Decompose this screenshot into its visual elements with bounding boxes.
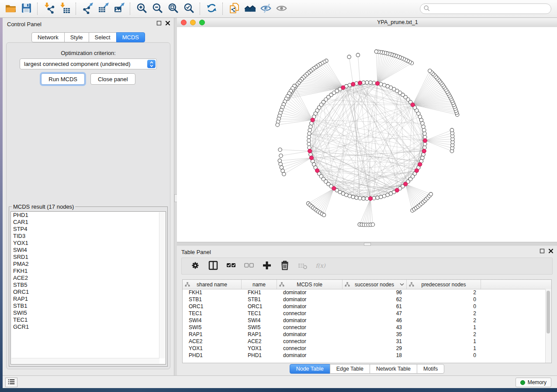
tab-mcds[interactable]: MCDS bbox=[116, 32, 145, 42]
tab-network[interactable]: Network bbox=[31, 32, 65, 42]
mcds-list-vscrollbar[interactable] bbox=[159, 212, 165, 358]
mcds-result-item[interactable]: TEC1 bbox=[11, 316, 166, 323]
export-table-button[interactable] bbox=[95, 2, 111, 16]
delete-column-button[interactable] bbox=[279, 261, 291, 272]
cell-predecessor-nodes[interactable]: 2 bbox=[407, 317, 481, 324]
tab-style[interactable]: Style bbox=[64, 32, 89, 42]
cell-name[interactable]: SWI4 bbox=[242, 317, 277, 324]
mcds-result-item[interactable]: FKH1 bbox=[11, 268, 166, 275]
zoom-fit-button[interactable] bbox=[165, 2, 181, 16]
cell-name[interactable]: ORC1 bbox=[242, 303, 277, 310]
cell-shared-name[interactable]: PHD1 bbox=[183, 352, 242, 359]
close-panel-button-mcds[interactable]: Close panel bbox=[90, 73, 135, 85]
mcds-result-item[interactable]: STP4 bbox=[11, 226, 166, 233]
cell-successor-nodes[interactable]: 96 bbox=[343, 289, 407, 296]
cell-shared-name[interactable]: ACE2 bbox=[183, 338, 242, 345]
mcds-result-item[interactable]: SWI5 bbox=[11, 309, 166, 316]
mcds-result-item[interactable]: RAP1 bbox=[11, 296, 166, 303]
mcds-result-item[interactable]: STB5 bbox=[11, 282, 166, 289]
deselect-all-button[interactable] bbox=[243, 261, 255, 272]
cell-mcds-role[interactable]: dominator bbox=[277, 331, 343, 338]
table-row[interactable]: ORC1ORC1dominator610 bbox=[183, 303, 546, 310]
cell-name[interactable]: PHD1 bbox=[242, 352, 277, 359]
split-grip[interactable] bbox=[364, 243, 371, 246]
cell-name[interactable]: TEC1 bbox=[242, 310, 277, 317]
delete-table-button[interactable] bbox=[297, 261, 308, 272]
cell-predecessor-nodes[interactable]: 2 bbox=[407, 289, 481, 296]
mcds-list-hscrollbar[interactable] bbox=[11, 358, 159, 364]
cell-successor-nodes[interactable]: 43 bbox=[343, 324, 407, 331]
search-box[interactable] bbox=[420, 3, 551, 14]
cell-shared-name[interactable]: SWI5 bbox=[183, 324, 242, 331]
function-builder-button[interactable]: f(x) bbox=[315, 261, 326, 272]
import-table-button[interactable] bbox=[57, 2, 73, 16]
column-header-predecessor-nodes[interactable]: predecessor nodes bbox=[407, 280, 481, 289]
export-network-button[interactable] bbox=[80, 2, 95, 16]
mcds-result-item[interactable]: STB1 bbox=[11, 303, 166, 309]
mcds-result-item[interactable]: ORC1 bbox=[11, 289, 166, 296]
mcds-result-item[interactable]: TID3 bbox=[11, 233, 166, 240]
column-header-name[interactable]: name bbox=[242, 280, 277, 289]
cell-successor-nodes[interactable]: 46 bbox=[343, 317, 407, 324]
column-header-successor-nodes[interactable]: successor nodes bbox=[343, 280, 407, 289]
hide-selected-button[interactable] bbox=[258, 2, 273, 16]
cell-predecessor-nodes[interactable]: 0 bbox=[407, 303, 481, 310]
tab-node-table[interactable]: Node Table bbox=[290, 364, 330, 374]
cell-shared-name[interactable]: YOX1 bbox=[183, 345, 242, 352]
cell-predecessor-nodes[interactable]: 1 bbox=[407, 338, 481, 345]
cell-predecessor-nodes[interactable]: 0 bbox=[407, 296, 481, 303]
cell-shared-name[interactable]: FKH1 bbox=[183, 289, 242, 296]
show-columns-button[interactable] bbox=[208, 261, 219, 272]
cell-mcds-role[interactable]: dominator bbox=[277, 289, 343, 296]
cell-predecessor-nodes[interactable]: 1 bbox=[407, 345, 481, 352]
cell-shared-name[interactable]: ORC1 bbox=[183, 303, 242, 310]
mcds-result-item[interactable]: ACE2 bbox=[11, 275, 166, 282]
table-row[interactable]: ACE2ACE2connector311 bbox=[183, 338, 546, 345]
table-settings-button[interactable] bbox=[190, 261, 201, 272]
cell-mcds-role[interactable]: connector bbox=[277, 338, 343, 345]
cell-shared-name[interactable]: TEC1 bbox=[183, 310, 242, 317]
memory-button[interactable]: Memory bbox=[515, 378, 551, 387]
duplicate-network-button[interactable] bbox=[226, 2, 242, 16]
select-all-button[interactable] bbox=[225, 261, 237, 272]
cell-predecessor-nodes[interactable]: 2 bbox=[407, 331, 481, 338]
mcds-result-item[interactable]: PMA2 bbox=[11, 261, 166, 268]
cell-successor-nodes[interactable]: 35 bbox=[343, 331, 407, 338]
zoom-out-button[interactable] bbox=[149, 2, 165, 16]
horizontal-split-divider[interactable] bbox=[177, 242, 557, 246]
cell-name[interactable]: RAP1 bbox=[242, 331, 277, 338]
table-row[interactable]: TEC1TEC1connector472 bbox=[183, 310, 546, 317]
cell-predecessor-nodes[interactable]: 0 bbox=[407, 352, 481, 359]
criterion-select[interactable]: largest connected component (undirected) bbox=[20, 58, 157, 69]
mcds-result-item[interactable]: YOX1 bbox=[11, 240, 166, 247]
tab-edge-table[interactable]: Edge Table bbox=[330, 364, 370, 374]
cell-shared-name[interactable]: STB1 bbox=[183, 296, 242, 303]
cell-successor-nodes[interactable]: 61 bbox=[343, 303, 407, 310]
cell-shared-name[interactable]: SWI4 bbox=[183, 317, 242, 324]
cell-name[interactable]: SWI5 bbox=[242, 324, 277, 331]
table-row[interactable]: STB1STB1dominator620 bbox=[183, 296, 546, 303]
table-row[interactable]: FKH1FKH1dominator962 bbox=[183, 289, 546, 296]
cell-mcds-role[interactable]: connector bbox=[277, 345, 343, 352]
cell-successor-nodes[interactable]: 18 bbox=[343, 352, 407, 359]
add-column-button[interactable] bbox=[261, 261, 273, 272]
refresh-button[interactable] bbox=[204, 2, 219, 16]
table-row[interactable]: PHD1PHD1dominator180 bbox=[183, 352, 546, 359]
show-all-button[interactable] bbox=[273, 2, 289, 16]
tab-select[interactable]: Select bbox=[89, 32, 117, 42]
import-network-button[interactable] bbox=[41, 2, 57, 16]
table-row[interactable]: YOX1YOX1connector291 bbox=[183, 345, 546, 352]
network-canvas[interactable] bbox=[177, 27, 557, 242]
zoom-in-button[interactable] bbox=[134, 2, 149, 16]
cell-predecessor-nodes[interactable]: 2 bbox=[407, 310, 481, 317]
cell-mcds-role[interactable]: dominator bbox=[277, 317, 343, 324]
table-row[interactable]: SWI5SWI5connector431 bbox=[183, 324, 546, 331]
open-button[interactable] bbox=[3, 2, 18, 16]
cell-successor-nodes[interactable]: 29 bbox=[343, 345, 407, 352]
cell-name[interactable]: ACE2 bbox=[242, 338, 277, 345]
cell-mcds-role[interactable]: dominator bbox=[277, 303, 343, 310]
table-vscrollbar[interactable] bbox=[545, 289, 551, 363]
mcds-result-item[interactable]: PHD1 bbox=[11, 212, 166, 219]
task-history-button[interactable] bbox=[5, 378, 17, 387]
cell-successor-nodes[interactable]: 31 bbox=[343, 338, 407, 345]
